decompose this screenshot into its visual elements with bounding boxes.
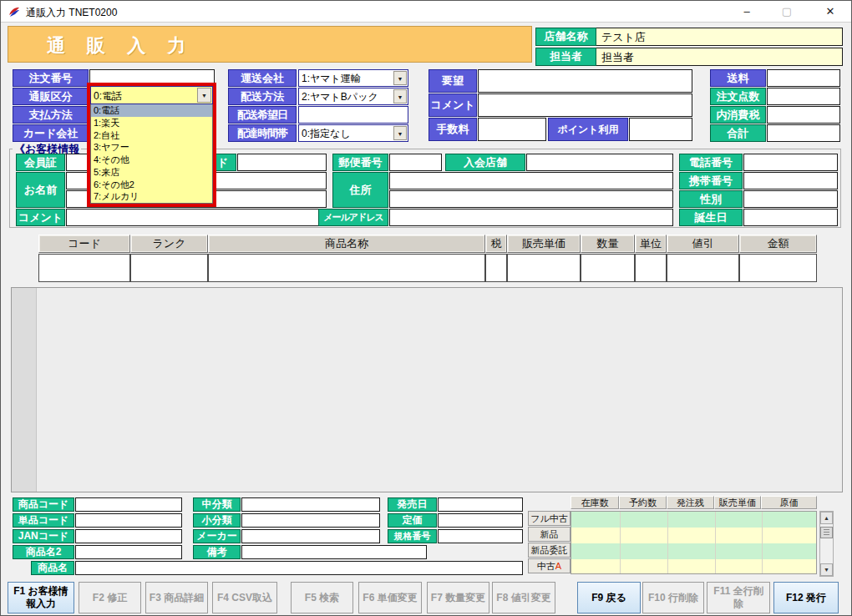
f5-search-button[interactable]: F5 検索 xyxy=(291,582,353,613)
ship-date-label: 配送希望日 xyxy=(228,106,297,124)
f4-csv-import-button[interactable]: F4 CSV取込 xyxy=(212,582,277,613)
stock-data-row[interactable] xyxy=(571,559,816,574)
maximize-button[interactable]: ▢ xyxy=(769,1,804,23)
mobile-label: 携帯番号 xyxy=(679,172,743,189)
entry-cell-rank[interactable] xyxy=(130,254,208,282)
entry-cell-product-name[interactable] xyxy=(208,254,485,282)
birthday-input[interactable] xyxy=(743,209,838,226)
close-button[interactable]: ✕ xyxy=(813,1,848,23)
time-zone-select[interactable]: 0:指定なし ▼ xyxy=(298,124,408,142)
category-select[interactable]: 0:電話 ▼ xyxy=(90,86,213,104)
f9-back-button[interactable]: F9 戻る xyxy=(577,582,641,613)
join-store-input[interactable] xyxy=(526,154,673,171)
order-no-label: 注文番号 xyxy=(13,69,89,87)
chevron-down-icon[interactable]: ▼ xyxy=(393,71,407,85)
address-input2[interactable] xyxy=(389,190,673,208)
mid-category-field xyxy=(241,497,380,512)
point-use-input[interactable] xyxy=(629,118,692,141)
zip-label: 郵便番号 xyxy=(332,154,388,171)
dropdown-option[interactable]: 5:来店 xyxy=(91,166,212,179)
f8-discount-button[interactable]: F8 値引変更 xyxy=(492,582,555,613)
dropdown-option[interactable]: 4:その他 xyxy=(91,154,212,166)
order-comment-input[interactable] xyxy=(478,93,692,117)
maker-field xyxy=(241,529,380,543)
stock-data-row[interactable] xyxy=(571,512,816,528)
phone-input[interactable] xyxy=(743,154,838,171)
stock-row-new-consign: 新品委託 xyxy=(528,543,571,558)
scroll-down-icon[interactable]: ▼ xyxy=(820,563,833,576)
stock-data-grid[interactable] xyxy=(571,511,817,574)
dropdown-option[interactable]: 2:自社 xyxy=(91,129,212,142)
f6-unit-price-button[interactable]: F6 単価変更 xyxy=(358,582,422,613)
entry-cell-unit-price[interactable] xyxy=(507,254,581,282)
col-header-rank: ランク xyxy=(130,235,208,253)
stock-col-reserved: 予約数 xyxy=(619,496,667,509)
address-input1[interactable] xyxy=(389,172,673,189)
scrollbar-thumb[interactable] xyxy=(820,527,833,538)
entry-cell-qty[interactable] xyxy=(581,254,635,282)
member-card-input2[interactable] xyxy=(237,154,327,171)
dropdown-option[interactable]: 1:楽天 xyxy=(91,117,212,129)
minimize-button[interactable]: – xyxy=(729,1,764,23)
f10-delete-row-button[interactable]: F10 行削除 xyxy=(642,582,704,613)
entry-cell-tax[interactable] xyxy=(485,254,507,282)
dropdown-option[interactable]: 3:ヤフー xyxy=(91,141,212,154)
scroll-up-icon[interactable]: ▲ xyxy=(820,512,833,524)
entry-cell-code[interactable] xyxy=(38,254,130,282)
dropdown-option[interactable]: 7:メルカリ xyxy=(91,190,212,203)
shipping-input[interactable] xyxy=(767,69,840,87)
stock-col-stock: 在庫数 xyxy=(571,496,619,509)
row-selector-column xyxy=(12,288,37,492)
tax-label: 内消費税 xyxy=(710,106,766,124)
request-input[interactable] xyxy=(478,69,692,93)
shipping-label: 送料 xyxy=(710,69,766,87)
col-header-code: コード xyxy=(38,235,130,253)
order-comment-label: コメント xyxy=(429,93,477,117)
store-name-label: 店舗名称 xyxy=(535,28,596,46)
staff-value: 担当者 xyxy=(601,49,634,66)
fee-input[interactable] xyxy=(478,118,546,141)
zip-input[interactable] xyxy=(389,154,442,171)
stock-col-backorder: 発注残 xyxy=(667,496,714,509)
maker-label: メーカー xyxy=(193,529,241,543)
entry-cell-amount[interactable] xyxy=(739,254,817,282)
f3-product-detail-button[interactable]: F3 商品詳細 xyxy=(145,582,208,613)
chevron-down-icon[interactable]: ▼ xyxy=(197,88,211,103)
entry-cell-unit[interactable] xyxy=(635,254,667,282)
carrier-value: 1:ヤマト運輸 xyxy=(302,72,393,86)
stock-row-used-a: 中古A xyxy=(528,558,571,573)
page-title: 通 販 入 力 xyxy=(47,33,194,58)
mobile-input[interactable] xyxy=(743,172,838,189)
chevron-down-icon[interactable]: ▼ xyxy=(393,89,407,104)
chevron-down-icon[interactable]: ▼ xyxy=(393,126,407,140)
email-label: メールアドレス xyxy=(318,209,388,226)
birthday-label: 誕生日 xyxy=(679,209,743,226)
ship-method-select[interactable]: 2:ヤマトBパック ▼ xyxy=(298,88,408,105)
entry-cell-discount[interactable] xyxy=(667,254,739,282)
ship-date-input[interactable] xyxy=(298,106,408,124)
address-label: 住所 xyxy=(332,172,388,208)
stock-data-row[interactable] xyxy=(571,528,816,543)
spec-number-field xyxy=(438,529,523,543)
gender-input[interactable] xyxy=(743,190,838,208)
f11-delete-all-button[interactable]: F11 全行削除 xyxy=(707,582,770,613)
dropdown-option[interactable]: 0:電話 xyxy=(91,104,212,117)
release-date-label: 発売日 xyxy=(388,497,437,512)
stock-data-row[interactable] xyxy=(571,543,816,559)
small-category-label: 小分類 xyxy=(193,513,241,528)
dropdown-option[interactable]: 6:その他2 xyxy=(91,179,212,191)
col-header-discount: 値引 xyxy=(667,235,739,253)
f1-customer-info-button[interactable]: F1 お客様情報入力 xyxy=(8,582,74,613)
customer-comment-input[interactable] xyxy=(66,209,327,226)
member-card-label: 会員証 xyxy=(16,154,65,171)
category-label: 通販区分 xyxy=(13,88,89,105)
f12-issue-button[interactable]: F12 発行 xyxy=(773,582,839,613)
col-header-amount: 金額 xyxy=(739,235,817,253)
release-date-field xyxy=(438,497,523,512)
f2-edit-button[interactable]: F2 修正 xyxy=(79,582,141,613)
customer-comment-label: コメント xyxy=(16,209,65,226)
stock-grid-scrollbar[interactable]: ▲ ▼ xyxy=(819,511,834,577)
carrier-select[interactable]: 1:ヤマト運輸 ▼ xyxy=(298,69,408,87)
email-input[interactable] xyxy=(389,209,673,226)
f7-qty-change-button[interactable]: F7 数量変更 xyxy=(427,582,489,613)
